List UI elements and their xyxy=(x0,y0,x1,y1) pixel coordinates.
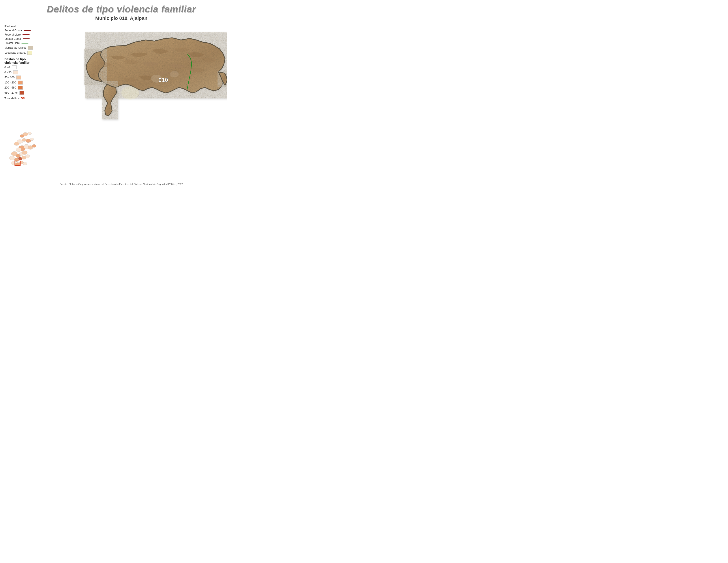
total-delitos: Total delitos: 58 xyxy=(4,96,46,100)
range-580-swatch xyxy=(18,86,23,90)
manzanas-rurales-swatch xyxy=(28,46,33,50)
legend-range-50: 0 - 50 xyxy=(4,70,46,74)
legend-range-label: 0 - 50 xyxy=(4,71,11,74)
legend-estatal-libre: Estatal Libre xyxy=(4,41,46,45)
svg-point-29 xyxy=(170,71,179,77)
legend-label: Federal Libre xyxy=(4,33,21,36)
legend-range-200: 100 - 200 xyxy=(4,81,46,85)
crime-title: Delitos de tipoviolencia familiar xyxy=(4,57,46,64)
legend-label: Manzanas rurales xyxy=(4,46,26,49)
range-200-swatch xyxy=(18,81,23,85)
main-map-area: 010 xyxy=(46,23,243,187)
legend-range-label: 0 - 0 xyxy=(4,66,10,69)
legend-label: Estatal Libre xyxy=(4,41,20,45)
legend-federal-cuota: Federal Cuota xyxy=(4,29,46,32)
svg-point-5 xyxy=(26,139,31,143)
mini-map xyxy=(4,129,42,173)
svg-point-11 xyxy=(16,148,21,152)
red-vial-title: Red vial xyxy=(4,24,46,28)
legend-label: Estatal Cuota xyxy=(4,37,21,40)
legend-manzanas-rurales: Manzanas rurales xyxy=(4,46,46,50)
legend-range-label: 200 - 580 xyxy=(4,86,16,89)
svg-point-6 xyxy=(30,138,34,141)
range-50-swatch xyxy=(13,70,18,74)
main-map-svg: 010 xyxy=(46,28,227,151)
localidad-urbana-swatch xyxy=(27,51,32,55)
range-2776-swatch xyxy=(19,91,24,95)
main-title: Delitos de tipo violencia familiar xyxy=(0,0,243,15)
svg-point-10 xyxy=(28,145,33,149)
legend: Red vial Federal Cuota Federal Libre Est… xyxy=(0,23,46,187)
svg-point-7 xyxy=(14,142,19,145)
legend-range-580: 200 - 580 xyxy=(4,86,46,90)
svg-point-16 xyxy=(22,150,27,154)
footer-text: Fuente: Elaboración propia con datos del… xyxy=(0,183,243,185)
municipality-id-label: 010 xyxy=(158,77,168,83)
svg-point-25 xyxy=(23,162,27,165)
federal-cuota-line xyxy=(24,30,31,31)
legend-range-0: 0 - 0 xyxy=(4,65,46,69)
subtitle: Municipio 010, Ajalpan xyxy=(0,15,243,21)
svg-point-17 xyxy=(9,156,15,160)
legend-range-2776: 580 - 2776 xyxy=(4,91,46,95)
range-0-swatch xyxy=(12,65,17,69)
legend-range-label: 580 - 2776 xyxy=(4,91,18,94)
legend-range-label: 100 - 200 xyxy=(4,81,16,84)
legend-range-100: 50 - 100 xyxy=(4,75,46,79)
svg-point-2 xyxy=(20,134,24,137)
svg-point-21 xyxy=(25,154,30,158)
legend-label: Federal Cuota xyxy=(4,29,22,32)
crime-legend: Delitos de tipoviolencia familiar 0 - 0 … xyxy=(4,57,46,100)
range-100-swatch xyxy=(16,75,21,79)
mini-map-svg xyxy=(4,129,42,173)
svg-point-1 xyxy=(28,132,32,135)
legend-localidad-urbana: Localidad urbana xyxy=(4,51,46,55)
total-value: 58 xyxy=(21,96,25,100)
legend-range-label: 50 - 100 xyxy=(4,76,15,79)
estatal-cuota-line xyxy=(23,38,30,39)
federal-libre-line xyxy=(23,34,30,35)
legend-label: Localidad urbana xyxy=(4,51,26,54)
legend-federal-libre: Federal Libre xyxy=(4,33,46,36)
estatal-libre-line xyxy=(21,43,28,43)
legend-estatal-cuota: Estatal Cuota xyxy=(4,37,46,40)
total-label: Total delitos: xyxy=(4,97,20,100)
svg-point-27 xyxy=(121,86,139,100)
svg-point-12 xyxy=(32,144,36,147)
